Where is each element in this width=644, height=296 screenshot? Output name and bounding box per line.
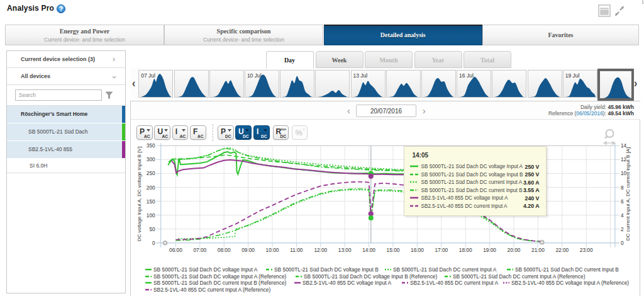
svg-text:08:00: 08:00 bbox=[218, 247, 231, 253]
svg-text:150: 150 bbox=[147, 198, 155, 205]
svg-text:DC voltage Input A, DC voltage: DC voltage Input A, DC voltage Input B [… bbox=[136, 147, 142, 241]
svg-text:22:00: 22:00 bbox=[555, 247, 569, 253]
svg-text:06:00: 06:00 bbox=[169, 247, 182, 253]
svg-text:0: 0 bbox=[152, 240, 155, 246]
svg-text:12:00: 12:00 bbox=[314, 247, 327, 253]
svg-text:2: 2 bbox=[621, 226, 624, 232]
svg-text:11:00: 11:00 bbox=[290, 247, 303, 253]
svg-text:09:00: 09:00 bbox=[242, 247, 255, 253]
svg-text:10:00: 10:00 bbox=[266, 247, 279, 253]
svg-text:250: 250 bbox=[147, 170, 155, 176]
svg-text:4: 4 bbox=[621, 212, 624, 219]
svg-text:23:00: 23:00 bbox=[580, 247, 593, 253]
svg-text:16:00: 16:00 bbox=[411, 247, 424, 253]
svg-text:350: 350 bbox=[147, 142, 155, 149]
svg-text:50: 50 bbox=[149, 226, 155, 232]
svg-text:300: 300 bbox=[147, 156, 155, 162]
svg-text:15:00: 15:00 bbox=[387, 247, 400, 253]
svg-text:100: 100 bbox=[147, 212, 155, 219]
svg-text:21:00: 21:00 bbox=[531, 247, 545, 253]
svg-text:19:00: 19:00 bbox=[483, 247, 496, 253]
svg-text:6: 6 bbox=[621, 198, 624, 205]
svg-text:14:00: 14:00 bbox=[362, 247, 375, 253]
svg-text:0: 0 bbox=[621, 240, 624, 246]
svg-text:DC current Input A, DC current: DC current Input A, DC current Input B [… bbox=[625, 147, 631, 241]
svg-text:07:00: 07:00 bbox=[193, 247, 206, 253]
svg-text:8: 8 bbox=[621, 185, 624, 191]
svg-text:13:00: 13:00 bbox=[338, 247, 352, 253]
svg-text:20:00: 20:00 bbox=[508, 247, 521, 253]
svg-text:200: 200 bbox=[147, 185, 155, 191]
svg-text:18:00: 18:00 bbox=[459, 247, 472, 253]
svg-text:17:00: 17:00 bbox=[435, 247, 448, 253]
